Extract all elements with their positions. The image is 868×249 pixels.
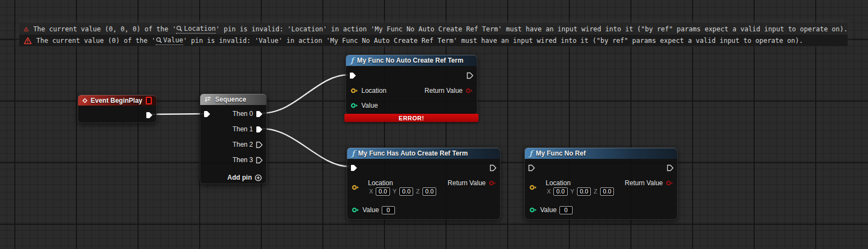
pin-link-label: Location — [184, 25, 216, 32]
pin-location-input[interactable]: Location — [350, 86, 386, 95]
pin-label: Then 3 — [233, 156, 253, 164]
pin-then-1[interactable]: Then 1 — [233, 125, 263, 134]
exec-wire-then0-to-func-no-auto[interactable] — [262, 75, 348, 113]
bool-pin-icon — [465, 88, 474, 93]
pin-value-input[interactable]: Value 0 — [529, 206, 573, 214]
node-header[interactable]: ƒ My Func Has Auto Create Ref Term — [347, 148, 500, 159]
error-banner: ERROR! — [344, 114, 479, 122]
axis-x-label: X — [547, 188, 551, 195]
warning-prefix: The current value (0) of the ' — [36, 37, 156, 45]
warning-row-location[interactable]: The current value (0, 0, 0) of the ' Loc… — [19, 23, 848, 35]
diamond-icon — [83, 97, 87, 104]
vector-pin-icon — [529, 185, 537, 190]
pin-label: Return Value — [425, 87, 463, 95]
pin-label: Value — [361, 102, 378, 109]
axis-x-label: X — [369, 188, 373, 195]
node-title: Sequence — [215, 96, 246, 103]
error-label: ERROR! — [399, 115, 424, 121]
exec-pin-icon — [256, 141, 263, 148]
pin-link-location[interactable]: Location — [176, 25, 216, 34]
add-pin-button[interactable]: Add pin — [227, 173, 262, 182]
vector-default-inputs: X 0.0 Y 0.0 Z 0.0 — [369, 187, 436, 196]
exec-pin-icon — [528, 164, 535, 171]
node-my-func-has-auto-create-ref-term[interactable]: ƒ My Func Has Auto Create Ref Term Locat… — [347, 147, 501, 220]
pin-return-value-output[interactable]: Return Value — [425, 86, 474, 95]
warning-row-value[interactable]: The current value (0) of the ' Value ' p… — [19, 35, 848, 46]
exec-output-pin[interactable] — [490, 163, 497, 172]
pin-then-0[interactable]: Then 0 — [233, 109, 263, 118]
exec-pin-icon — [204, 110, 211, 118]
node-header[interactable]: ƒ My Func No Ref — [525, 148, 677, 159]
exec-pin-icon — [146, 112, 153, 119]
exec-wire-then1-to-func-has-auto[interactable] — [262, 129, 349, 167]
pin-location-label: Location — [546, 179, 570, 187]
node-title: My Func No Auto Create Ref Term — [357, 57, 463, 64]
value-input[interactable]: 0 — [559, 206, 573, 214]
pin-label: Value — [362, 206, 379, 214]
blueprint-graph[interactable]: The current value (0, 0, 0) of the ' Loc… — [0, 0, 868, 249]
exec-input-pin[interactable] — [204, 109, 211, 118]
pin-label: Return Value — [448, 179, 486, 187]
pin-link-value[interactable]: Value — [156, 36, 183, 45]
function-f-icon: ƒ — [529, 150, 532, 157]
integer-pin-icon — [529, 207, 537, 213]
function-f-icon: ƒ — [350, 57, 354, 64]
value-input[interactable]: 0 — [382, 206, 395, 214]
pin-value-input[interactable]: Value — [350, 101, 378, 110]
axis-z-input[interactable]: 0.0 — [422, 187, 436, 196]
pin-location-input[interactable] — [529, 183, 537, 192]
exec-input-pin[interactable] — [528, 163, 535, 172]
pin-label: Then 0 — [233, 110, 253, 118]
pin-then-3[interactable]: Then 3 — [233, 156, 263, 164]
exec-wire-beginplay-to-sequence[interactable] — [149, 114, 204, 114]
axis-x-input[interactable]: 0.0 — [376, 187, 389, 196]
warning-text: The current value (0, 0, 0) of the ' Loc… — [33, 25, 848, 34]
axis-y-input[interactable]: 0.0 — [577, 187, 591, 196]
exec-output-pin[interactable] — [146, 110, 153, 119]
sequence-icon — [205, 96, 212, 103]
pin-value-input[interactable]: Value 0 — [351, 206, 395, 214]
node-my-func-no-auto-create-ref-term[interactable]: ƒ My Func No Auto Create Ref Term Locati… — [345, 54, 477, 115]
exec-output-pin[interactable] — [667, 163, 674, 172]
node-header[interactable]: Sequence — [200, 94, 266, 105]
node-sequence[interactable]: Sequence Then 0 Then 1 Then 2 Then — [200, 93, 267, 184]
exec-input-pin[interactable] — [350, 163, 358, 172]
pin-then-2[interactable]: Then 2 — [233, 140, 263, 149]
bool-pin-icon — [666, 180, 674, 186]
exec-pin-icon — [350, 164, 358, 171]
pin-label: Location — [361, 87, 386, 95]
axis-y-label: Y — [570, 188, 574, 195]
axis-x-input[interactable]: 0.0 — [553, 187, 567, 196]
axis-z-input[interactable]: 0.0 — [600, 187, 614, 196]
magnifier-icon — [176, 25, 183, 32]
pin-label: Value — [540, 206, 557, 214]
exec-pin-icon — [256, 126, 263, 133]
exec-input-pin[interactable] — [349, 71, 356, 80]
exec-pin-icon — [256, 157, 263, 164]
node-event-beginplay[interactable]: Event BeginPlay — [78, 95, 157, 123]
exec-pin-icon — [256, 110, 263, 118]
node-header[interactable]: ƒ My Func No Auto Create Ref Term — [346, 55, 477, 66]
node-my-func-no-ref[interactable]: ƒ My Func No Ref Location X 0.0 Y 0. — [524, 147, 678, 220]
node-title: My Func Has Auto Create Ref Term — [358, 150, 468, 157]
exec-output-pin[interactable] — [466, 71, 474, 80]
axis-y-label: Y — [393, 188, 397, 195]
vector-pin-icon — [351, 185, 360, 190]
pin-label: Then 1 — [233, 125, 253, 133]
node-title: Event BeginPlay — [91, 97, 142, 104]
pin-location-label: Location — [368, 179, 393, 187]
exec-pin-icon — [466, 72, 474, 79]
pin-return-value-output[interactable]: Return Value — [448, 179, 497, 187]
pin-location-input[interactable] — [351, 183, 360, 192]
axis-y-input[interactable]: 0.0 — [399, 187, 413, 196]
warning-triangle-icon — [24, 37, 32, 45]
vector-pin-icon — [350, 88, 359, 93]
node-header[interactable]: Event BeginPlay — [78, 95, 156, 106]
magnifier-icon — [156, 37, 162, 43]
axis-z-label: Z — [416, 188, 420, 195]
compiler-warnings-panel: The current value (0, 0, 0) of the ' Loc… — [19, 23, 848, 46]
pin-return-value-output[interactable]: Return Value — [625, 179, 674, 187]
warning-triangle-icon — [24, 25, 29, 33]
warning-prefix: The current value (0, 0, 0) of the ' — [33, 25, 176, 33]
function-f-icon: ƒ — [351, 150, 355, 157]
